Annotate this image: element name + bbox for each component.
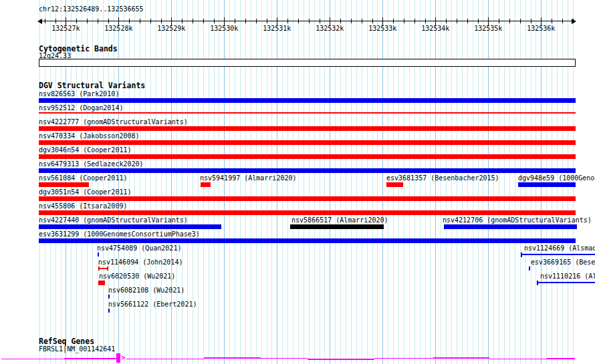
gene-intron-line[interactable] (126, 359, 204, 359)
gene-label: FBRSL1|NM_001142641 (39, 345, 115, 353)
gene-intron-line[interactable] (64, 358, 116, 359)
gene-direction-arrow-icon: > (121, 354, 126, 361)
gene-intron-line[interactable] (261, 358, 308, 359)
gene-intron-line[interactable] (204, 357, 261, 359)
refseq-gene-track: > (0, 0, 595, 364)
section-title-dgv: DGV Structural Variants (39, 81, 145, 89)
gene-intron-line[interactable] (489, 359, 547, 359)
gene-exon[interactable] (116, 353, 120, 363)
gene-intron-line[interactable] (1, 359, 64, 359)
section-title-refseq: RefSeq Genes (39, 337, 94, 345)
gene-intron-line[interactable] (547, 358, 575, 359)
region-header: chr12:132526489..132536655 (39, 5, 144, 13)
gene-intron-line[interactable] (308, 359, 374, 360)
genome-browser-panel: chr12:132526489..132536655 132527k132528… (0, 0, 595, 364)
gene-intron-line[interactable] (374, 358, 433, 359)
cytoband-label: 12q24.33 (39, 52, 71, 59)
cytoband-box (39, 59, 576, 67)
gene-intron-line[interactable] (433, 357, 489, 359)
